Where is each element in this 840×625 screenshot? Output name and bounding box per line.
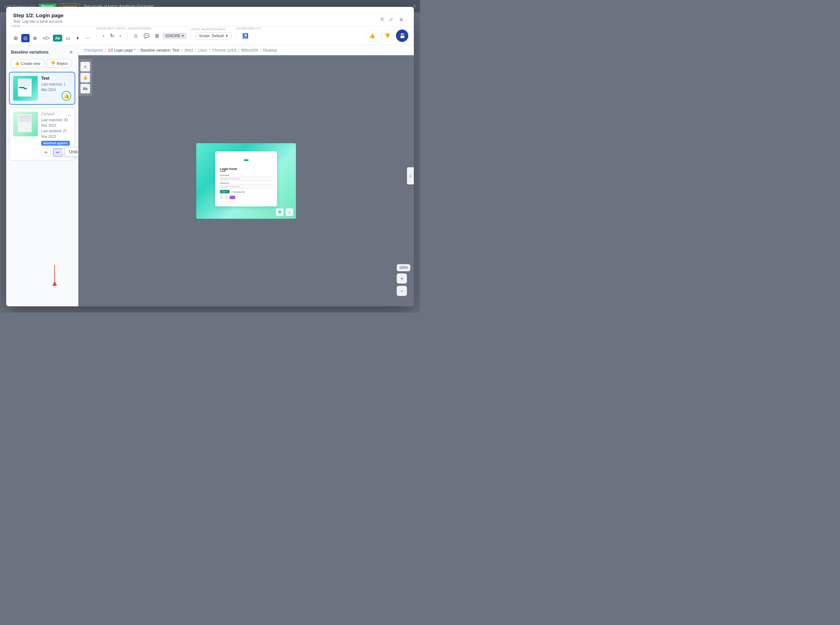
variation-card-test[interactable]: ⬅ Test Last matched: 1 Mar 2024 👍 — [9, 72, 75, 105]
accessibility-section-label: ACCESSIBILITY — [236, 27, 262, 30]
card-menu-button[interactable]: ⋯ — [65, 112, 71, 118]
diff-not-equal-btn[interactable]: ≠ — [80, 62, 90, 72]
variations-list: ⬅ Test Last matched: 1 Mar 2024 👍 — [6, 72, 78, 306]
preview-frame-controls: ⚙ ⌂ — [276, 208, 293, 216]
view-more-btn[interactable]: ⋯ — [83, 34, 92, 42]
modal-header: Step 1/2: Login page Test: Log into a ba… — [6, 7, 414, 26]
modal: Step 1/2: Login page Test: Log into a ba… — [6, 7, 414, 306]
social-icon-1[interactable] — [220, 196, 223, 199]
ignore-label: IGNORE — [165, 34, 180, 38]
breadcrumb-sep-3: | — [181, 48, 182, 52]
diff-ab-btn[interactable]: Ab — [80, 84, 90, 93]
card-thumbnail-default — [13, 112, 38, 136]
modal-expand-button[interactable]: ⤢ — [389, 17, 393, 22]
view-split-btn[interactable]: ⊞ — [12, 34, 20, 42]
frame-settings-btn[interactable]: ⚙ — [276, 208, 284, 216]
preview-area: ⬅ Login Form Username Enter your usernam… — [78, 55, 414, 306]
preview-signin-btn[interactable]: Sign In — [220, 190, 230, 193]
auto-maintenance-section-label: AUTO MAINTENANCE — [191, 28, 226, 31]
matched-badge: Matched against — [41, 141, 70, 146]
preview-username-label: Username — [220, 174, 272, 176]
reject-icon: 👎 — [50, 61, 55, 65]
undo-label: Undo — [69, 149, 78, 154]
view-section-label: VIEW — [12, 24, 20, 28]
action-buttons: 👍 Create new 👎 Reject — [6, 58, 78, 72]
view-layers-btn[interactable]: ⊕ — [31, 34, 39, 42]
view-rect-btn[interactable]: ▭ — [64, 34, 72, 42]
right-content: Checkpoint | 1/2 Login page * | Baseline… — [78, 45, 414, 306]
view-code-btn[interactable]: </> — [41, 34, 51, 42]
arrow-head-up — [52, 281, 57, 286]
card-thumbnail-mini-default — [18, 114, 32, 132]
left-panel-header: Baseline variations ✕ — [6, 45, 78, 58]
mini-line-2 — [19, 116, 31, 117]
breadcrumb-sep-1: | — [105, 48, 106, 52]
preview-frame: ⬅ Login Form Username Enter your usernam… — [196, 143, 296, 219]
preview-password-label: Password — [220, 182, 272, 184]
card-date-default-2: Last updated: 27 Nov 2023 — [41, 128, 71, 140]
preview-logo-icon: ⬅ — [220, 156, 272, 164]
create-new-label: Create new — [21, 61, 40, 65]
view-toolbar: VIEW ⊞ ⊟ ⊕ </> Ab ▭ ✦ ⋯ HIGHLIGHT DIFFS … — [6, 26, 414, 45]
variation-card-inner-default: Default Last matched: 30 Nov 2023 Last u… — [13, 112, 71, 157]
preview-username-input[interactable]: Enter your username — [220, 177, 272, 180]
highlight-next-btn[interactable]: › — [118, 32, 123, 40]
preview-signin-row: Sign In Remember Me — [220, 190, 272, 194]
zoom-in-btn[interactable]: + — [397, 274, 407, 284]
left-panel: Baseline variations ✕ 👍 Create new 👎 Rej… — [6, 45, 78, 306]
preview-password-icon — [221, 185, 223, 188]
reject-button[interactable]: 👎 Reject — [47, 59, 71, 68]
scope-dropdown[interactable]: Scope: Default ▾ — [195, 32, 232, 39]
annotations-ignore-btn[interactable]: ⊠ — [153, 32, 161, 40]
breadcrumb-linux: Linux — [198, 48, 207, 52]
preview-remember: Remember Me — [231, 191, 245, 193]
annotations-alert-btn[interactable]: ⚠ — [132, 32, 140, 40]
variation-card-default[interactable]: Default Last matched: 30 Nov 2023 Last u… — [9, 107, 75, 161]
accessibility-btn[interactable]: ♿ — [240, 32, 250, 40]
undo-arrow-indicator — [54, 265, 55, 286]
zoom-out-btn[interactable]: − — [397, 286, 407, 296]
thumbs-down-button[interactable]: 👎 — [381, 30, 393, 42]
baseline-variations-title: Baseline variations — [11, 50, 48, 54]
thumbs-up-button[interactable]: 👍 — [366, 30, 378, 42]
social-icon-3[interactable] — [230, 196, 235, 199]
card-date-default-1: Last matched: 30 Nov 2023 — [41, 117, 71, 128]
preview-password-input[interactable]: Enter your password — [220, 185, 272, 188]
highlight-section-label: HIGHLIGHT DIFFS — [97, 27, 126, 30]
preview-social-icons — [220, 196, 272, 199]
modal-share-button[interactable]: ⎘ — [381, 17, 383, 22]
breadcrumb-resolution: 800x1024 — [241, 48, 258, 52]
preview-form-title: Login Form — [220, 167, 272, 171]
view-side-by-side-btn[interactable]: ⊟ — [21, 34, 30, 42]
left-panel-close-button[interactable]: ✕ — [69, 50, 73, 55]
undo-tooltip: Undo — [65, 147, 78, 157]
annotations-section-label: ANNOTATIONS — [128, 27, 151, 30]
scope-dropdown-icon: ▾ — [226, 34, 228, 38]
highlight-refresh-btn[interactable]: ↻ — [108, 32, 116, 40]
remember-checkbox[interactable] — [231, 191, 233, 193]
view-ab-btn[interactable]: Ab — [53, 35, 62, 42]
save-button[interactable]: 💾 — [396, 30, 408, 42]
frame-home-btn[interactable]: ⌂ — [285, 208, 293, 216]
card-thumbs-up-icon[interactable]: 👍 — [62, 91, 71, 101]
zoom-level[interactable]: 100% — [397, 264, 410, 271]
breadcrumb-checkpoint[interactable]: Checkpoint — [84, 48, 103, 52]
preview-password-placeholder: Enter your password — [224, 185, 240, 188]
mini-input-1 — [19, 82, 31, 84]
highlight-prev-btn[interactable]: ‹ — [101, 32, 106, 40]
scope-label: Scope: Default — [199, 34, 224, 38]
social-icon-2[interactable] — [225, 196, 228, 199]
modal-body: Baseline variations ✕ 👍 Create new 👎 Rej… — [6, 45, 414, 306]
modal-close-button[interactable]: ✕ — [399, 17, 404, 23]
breadcrumb-strict: Strict — [185, 48, 193, 52]
undo-button[interactable]: ↩ — [53, 148, 62, 157]
ignore-dropdown-icon[interactable]: ▾ — [182, 34, 184, 38]
create-new-button[interactable]: 👍 Create new — [11, 59, 44, 68]
annotations-comment-btn[interactable]: 💬 — [142, 32, 151, 40]
preview-username-icon — [221, 177, 223, 180]
diff-thumbs-up-btn[interactable]: 👍 — [80, 73, 90, 82]
view-star-btn[interactable]: ✦ — [73, 34, 82, 42]
edit-button[interactable]: ✏ — [41, 148, 51, 157]
side-collapse-btn[interactable]: › — [407, 167, 414, 184]
mini-arrow-icon: ⬅ — [23, 86, 28, 91]
